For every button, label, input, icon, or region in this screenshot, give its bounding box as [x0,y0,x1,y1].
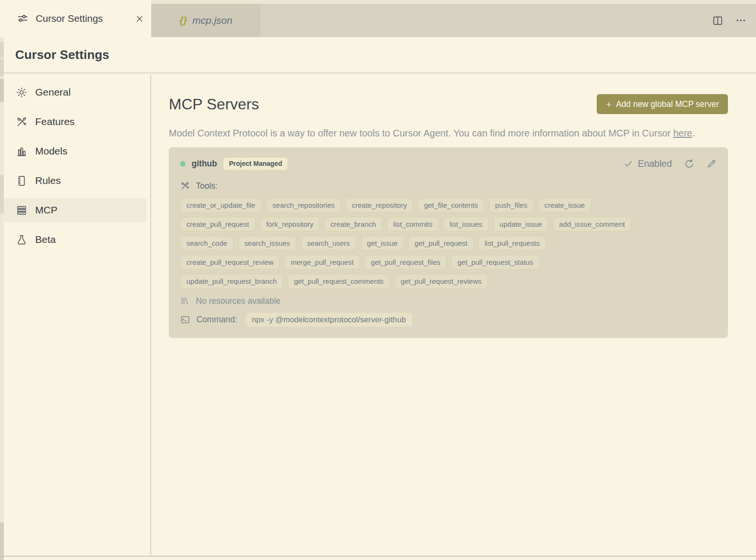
tool-pill-row: create_pull_request_reviewmerge_pull_req… [180,255,717,270]
tool-pill[interactable]: search_users [301,236,356,251]
description-text: Model Context Protocol is a way to offer… [169,128,673,138]
tool-pill[interactable]: get_pull_request_comments [288,274,389,289]
settings-body: General Features [0,75,756,556]
sidebar-item-label: Rules [35,175,61,186]
check-icon [624,159,633,168]
tool-pill[interactable]: search_code [180,236,233,251]
edge-segment [0,42,4,58]
bar-chart-icon [15,145,28,157]
command-row: Command: npx -y @modelcontextprotocol/se… [180,313,717,327]
tool-pill[interactable]: create_pull_request [180,217,255,232]
tool-pill[interactable]: get_pull_request_files [365,255,446,270]
sidebar-item-rules[interactable]: Rules [4,168,146,193]
sidebar-item-mcp[interactable]: MCP [4,198,146,222]
edge-segment [0,175,4,213]
sidebar-item-label: Beta [35,234,56,245]
resources-label: No resources available [196,296,281,306]
resources-row: No resources available [180,296,717,306]
ruled-page-icon [15,175,28,187]
here-link[interactable]: here [673,128,692,138]
tool-pill[interactable]: get_issue [361,236,404,251]
split-editor-icon[interactable] [712,15,724,27]
enabled-toggle[interactable]: Enabled [624,158,672,169]
sidebar-item-beta[interactable]: Beta [4,227,146,252]
tab-label: Cursor Settings [36,13,103,24]
sidebar-item-label: MCP [35,204,58,216]
edge-segment [0,59,4,76]
project-managed-badge: Project Managed [223,157,288,170]
flask-icon [15,234,28,246]
tools-label: Tools: [196,181,218,191]
tool-pill[interactable]: search_repositories [266,198,341,212]
server-card-header: github Project Managed Enabled [180,157,717,170]
tool-pill[interactable]: list_commits [387,217,439,232]
tool-pill-rows: create_or_update_filesearch_repositories… [180,198,717,289]
sliders-icon [17,13,29,24]
mcp-description: Model Context Protocol is a way to offer… [169,125,728,142]
tab-mcp-json[interactable]: {} mcp.json [151,4,261,37]
tool-pill[interactable]: create_branch [324,217,382,232]
mcp-settings-panel: MCP Servers + Add new global MCP server … [151,75,756,556]
command-label: Command: [196,315,237,325]
description-period: . [692,128,695,138]
close-tab-icon[interactable] [136,15,144,23]
refresh-icon[interactable] [684,158,695,169]
tool-pill[interactable]: get_pull_request_status [451,255,539,270]
tool-pill-row: update_pull_request_branchget_pull_reque… [180,274,717,289]
tool-pill[interactable]: add_issue_comment [553,217,631,232]
sidebar-item-label: General [35,87,71,98]
more-actions-icon[interactable] [735,15,746,26]
tool-pill-row: search_codesearch_issuessearch_usersget_… [180,236,717,251]
terminal-icon [180,315,190,325]
tool-pill[interactable]: get_pull_request_reviews [395,274,488,289]
edge-segment [0,522,4,556]
json-braces-icon: {} [179,15,187,26]
tool-pill[interactable]: create_pull_request_review [180,255,280,270]
server-stack-icon [15,204,28,216]
tool-pill[interactable]: list_issues [443,217,488,232]
editor-tab-bar: Cursor Settings {} mcp.json [0,0,756,37]
tool-pill[interactable]: fork_repository [260,217,320,232]
sidebar-item-models[interactable]: Models [4,139,146,164]
server-name: github [192,159,217,169]
sidebar-item-features[interactable]: Features [4,109,146,134]
bottom-edge-strip [0,556,756,560]
tool-pill[interactable]: get_pull_request [408,236,474,251]
tool-pill[interactable]: update_pull_request_branch [180,274,283,289]
tab-cursor-settings[interactable]: Cursor Settings [0,0,151,37]
library-icon [180,296,190,306]
tool-pill[interactable]: merge_pull_request [284,255,360,270]
tool-pill-row: create_pull_requestfork_repositorycreate… [180,217,717,232]
section-title: MCP Servers [169,96,259,113]
sidebar-item-general[interactable]: General [4,80,146,105]
tool-pill[interactable]: get_file_contents [418,198,484,212]
tool-pill[interactable]: create_repository [346,198,413,212]
add-button-label: Add new global MCP server [616,99,719,109]
tool-pill[interactable]: search_issues [238,236,296,251]
enabled-label: Enabled [638,158,672,169]
tools-icon [15,116,28,128]
mcp-header-row: MCP Servers + Add new global MCP server [169,94,728,114]
tools-row: Tools: [180,181,717,191]
command-value[interactable]: npx -y @modelcontextprotocol/server-gith… [246,313,412,327]
tool-pill[interactable]: create_or_update_file [180,198,262,212]
add-global-mcp-server-button[interactable]: + Add new global MCP server [597,94,728,114]
gear-icon [15,87,28,98]
cursor-settings-window: Cursor Settings {} mcp.json [0,0,756,560]
edit-pencil-icon[interactable] [707,159,717,169]
tool-pill[interactable]: create_issue [538,198,591,212]
left-edge-strip [0,37,4,556]
tool-pill[interactable]: list_pull_requests [478,236,546,251]
tools-icon [180,181,190,191]
sidebar-item-label: Models [35,145,68,157]
tool-pill[interactable]: push_files [489,198,533,212]
sidebar-item-label: Features [35,116,75,127]
tool-pill-row: create_or_update_filesearch_repositories… [180,198,717,212]
page-title: Cursor Settings [15,48,109,62]
status-dot [180,161,185,166]
plus-icon: + [606,99,611,109]
settings-header: Cursor Settings [0,37,756,74]
tool-pill[interactable]: update_issue [494,217,548,232]
tab-label: mcp.json [193,15,233,26]
edge-segment [0,79,4,102]
